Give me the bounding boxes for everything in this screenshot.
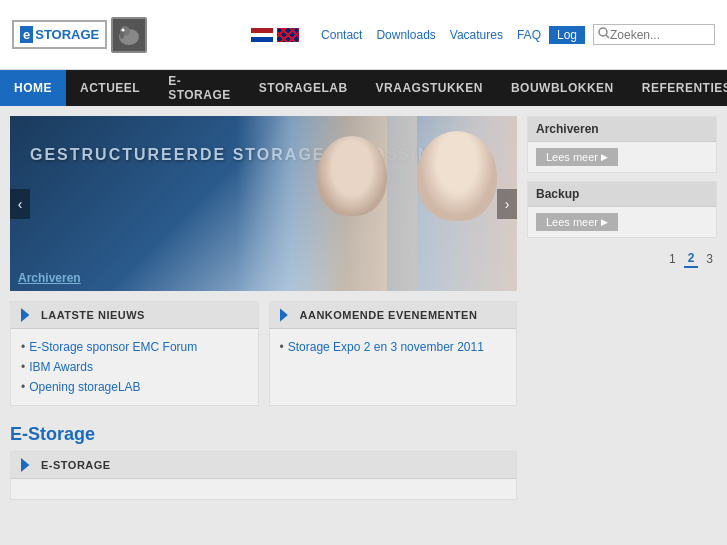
svg-point-3	[122, 28, 125, 31]
dutch-flag[interactable]	[251, 28, 273, 42]
sidebar-pagination: 1 2 3	[527, 246, 717, 272]
upcoming-events-title: AANKOMENDE EVENEMENTEN	[300, 309, 478, 321]
left-column: GESTRUCTUREERDE STORAGE-OPLOSSINGEN ‹ › …	[10, 116, 517, 500]
nav-vraagstukken[interactable]: VRAAGSTUKKEN	[362, 70, 497, 106]
page-header: e STORAGE Contact Downloads Vacatures FA…	[0, 0, 727, 70]
search-icon	[598, 27, 610, 39]
main-navigation: HOME ACTUEEL E-STORAGE STORAGELAB VRAAGS…	[0, 70, 727, 106]
estorage-sub-section: E-STORAGE	[10, 451, 517, 500]
logo-e-letter: e	[20, 26, 33, 43]
svg-point-2	[120, 31, 124, 39]
estorage-icon	[21, 458, 35, 472]
estorage-main-title: E-Storage	[10, 424, 517, 445]
page-3[interactable]: 3	[702, 251, 717, 267]
latest-news-header: LAATSTE NIEUWS	[11, 302, 258, 329]
english-flag[interactable]	[277, 28, 299, 42]
right-sidebar: Archiveren Lees meer Backup Lees meer 1 …	[527, 116, 717, 500]
main-content: GESTRUCTUREERDE STORAGE-OPLOSSINGEN ‹ › …	[0, 106, 727, 510]
logo[interactable]: e STORAGE	[12, 20, 107, 49]
search-box	[593, 24, 715, 45]
news-row: LAATSTE NIEUWS E-Storage sponsor EMC For…	[10, 301, 517, 406]
hero-prev-button[interactable]: ‹	[10, 189, 30, 219]
estorage-sub-header: E-STORAGE	[11, 452, 516, 479]
latest-news-title: LAATSTE NIEUWS	[41, 309, 145, 321]
archiveren-header: Archiveren	[528, 117, 716, 142]
estorage-sub-body	[11, 479, 516, 499]
faq-link[interactable]: FAQ	[511, 25, 547, 45]
nav-referenties[interactable]: REFERENTIES	[628, 70, 727, 106]
upcoming-events-body: Storage Expo 2 en 3 november 2011	[270, 329, 517, 365]
archiveren-panel: Archiveren Lees meer	[527, 116, 717, 173]
flag-area	[251, 28, 299, 42]
contact-link[interactable]: Contact	[315, 25, 368, 45]
estorage-section: E-Storage E-STORAGE	[10, 416, 517, 500]
svg-point-4	[599, 28, 607, 36]
hero-caption[interactable]: Archiveren	[18, 271, 81, 285]
backup-panel: Backup Lees meer	[527, 181, 717, 238]
login-button[interactable]: Log	[549, 26, 585, 44]
downloads-link[interactable]: Downloads	[370, 25, 441, 45]
vacatures-link[interactable]: Vacatures	[444, 25, 509, 45]
archiveren-lees-meer-button[interactable]: Lees meer	[536, 148, 618, 166]
search-input[interactable]	[610, 28, 710, 42]
backup-header: Backup	[528, 182, 716, 207]
page-2-active[interactable]: 2	[684, 250, 699, 268]
archiveren-body: Lees meer	[528, 142, 716, 172]
events-icon	[280, 308, 294, 322]
event-item-storageexpo[interactable]: Storage Expo 2 en 3 november 2011	[280, 337, 507, 357]
logo-storage-text: STORAGE	[35, 27, 99, 42]
page-1[interactable]: 1	[665, 251, 680, 267]
nav-bouwblokken[interactable]: BOUWBLOKKEN	[497, 70, 628, 106]
top-navigation: Contact Downloads Vacatures FAQ Log	[315, 25, 585, 45]
nav-storagelab[interactable]: STORAGELAB	[245, 70, 362, 106]
estorage-sub-title: E-STORAGE	[41, 459, 111, 471]
hero-next-button[interactable]: ›	[497, 189, 517, 219]
news-item-emcforum[interactable]: E-Storage sponsor EMC Forum	[21, 337, 248, 357]
hero-slider: GESTRUCTUREERDE STORAGE-OPLOSSINGEN ‹ › …	[10, 116, 517, 291]
upcoming-events-header: AANKOMENDE EVENEMENTEN	[270, 302, 517, 329]
nav-estorage[interactable]: E-STORAGE	[154, 70, 245, 106]
latest-news-section: LAATSTE NIEUWS E-Storage sponsor EMC For…	[10, 301, 259, 406]
nav-home[interactable]: HOME	[0, 70, 66, 106]
nav-actueel[interactable]: ACTUEEL	[66, 70, 154, 106]
search-icon-button[interactable]	[598, 27, 610, 42]
backup-body: Lees meer	[528, 207, 716, 237]
elephant-icon	[111, 17, 147, 53]
news-item-ibmawards[interactable]: IBM Awards	[21, 357, 248, 377]
news-icon	[21, 308, 35, 322]
logo-area: e STORAGE	[12, 17, 147, 53]
news-item-storagelab[interactable]: Opening storageLAB	[21, 377, 248, 397]
backup-lees-meer-button[interactable]: Lees meer	[536, 213, 618, 231]
latest-news-body: E-Storage sponsor EMC Forum IBM Awards O…	[11, 329, 258, 405]
upcoming-events-section: AANKOMENDE EVENEMENTEN Storage Expo 2 en…	[269, 301, 518, 406]
svg-line-5	[606, 35, 609, 38]
